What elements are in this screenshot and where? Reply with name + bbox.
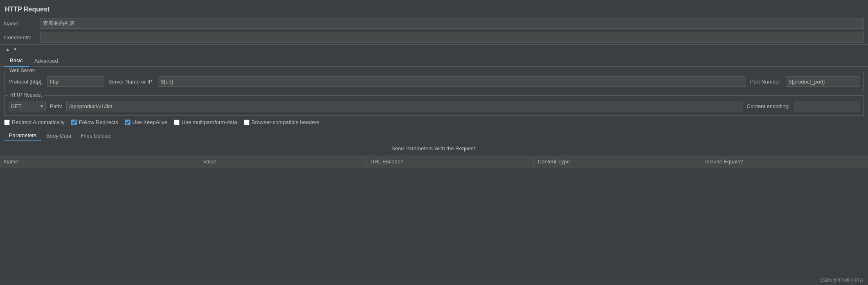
comments-input[interactable] [40,32,864,43]
path-label: Path: [50,103,62,109]
table-header-url-encode: URL Encode? [367,156,534,167]
server-input[interactable] [158,76,746,87]
separator-area: ▲ ▼ ... [0,44,868,54]
web-server-label: Web Server [8,68,37,73]
sub-tabs: Parameters Body Data Files Upload [0,129,868,141]
table-header-include-equals: Include Equals? [701,156,868,167]
protocol-input[interactable] [47,76,104,87]
http-request-row: GET POST PUT DELETE PATCH HEAD OPTIONS ▼… [9,101,859,111]
web-server-section: Web Server Protocol [http]: Server Name … [4,71,864,91]
web-server-row: Protocol [http]: Server Name or IP: Port… [9,76,859,87]
comments-row: Comments: [0,30,868,44]
method-dropdown-arrow-icon[interactable]: ▼ [38,101,45,111]
redirect-automatically-input[interactable] [4,120,10,125]
collapse-down-button[interactable]: ▼ [11,46,19,52]
params-header: Send Parameters With the Request: [0,141,868,156]
main-tabs: Basic Advanced [0,55,868,67]
use-keepalive-label: Use KeepAlive [133,119,167,125]
name-row: Name: [0,16,868,30]
follow-redirects-label: Follow Redirects [79,119,118,125]
protocol-label: Protocol [http]: [9,79,43,85]
page-title: HTTP Request [0,3,868,16]
redirect-automatically-label: Redirect Automatically [12,119,65,125]
use-keepalive-input[interactable] [125,120,130,125]
name-input[interactable] [40,18,864,29]
tab-advanced[interactable]: Advanced [29,55,64,66]
method-select-wrapper[interactable]: GET POST PUT DELETE PATCH HEAD OPTIONS ▼ [9,101,46,111]
use-multipart-checkbox[interactable]: Use multipart/form-data [174,119,237,125]
collapse-up-button[interactable]: ▲ [4,46,11,52]
encoding-input[interactable] [794,101,859,111]
table-header-value: Value [199,156,367,167]
path-input[interactable] [66,101,742,111]
follow-redirects-checkbox[interactable]: Follow Redirects [71,119,118,125]
table-header-content-type: Content-Type [534,156,701,167]
follow-redirects-input[interactable] [71,120,77,125]
use-keepalive-checkbox[interactable]: Use KeepAlive [125,119,167,125]
table-header-name: Name: [0,156,199,167]
http-request-section: HTTP Request GET POST PUT DELETE PATCH H… [4,95,864,116]
table-header-row: Name: Value URL Encode? Content-Type Inc… [0,156,868,167]
browser-compatible-label: Browser-compatible headers [252,119,319,125]
browser-compatible-checkbox[interactable]: Browser-compatible headers [244,119,319,125]
port-input[interactable] [786,76,859,87]
use-multipart-label: Use multipart/form-data [182,119,237,125]
server-label: Server Name or IP: [108,79,154,85]
checkboxes-row: Redirect Automatically Follow Redirects … [4,119,864,125]
dots-label: ... [19,46,864,52]
method-select[interactable]: GET POST PUT DELETE PATCH HEAD OPTIONS [9,101,38,111]
port-label: Port Number: [750,79,782,85]
tab-basic[interactable]: Basic [4,55,29,67]
browser-compatible-input[interactable] [244,120,250,125]
sub-tab-files-upload[interactable]: Files Upload [76,130,115,141]
watermark: CSDN@互联网小阿祥 [820,277,864,283]
sub-tab-parameters[interactable]: Parameters [4,130,41,141]
name-label: Name: [4,20,37,27]
use-multipart-input[interactable] [174,120,180,125]
redirect-automatically-checkbox[interactable]: Redirect Automatically [4,119,65,125]
comments-label: Comments: [4,34,37,41]
sub-tab-body-data[interactable]: Body Data [41,130,76,141]
encoding-label: Content encoding: [747,103,790,109]
http-request-label: HTTP Request [8,92,43,98]
